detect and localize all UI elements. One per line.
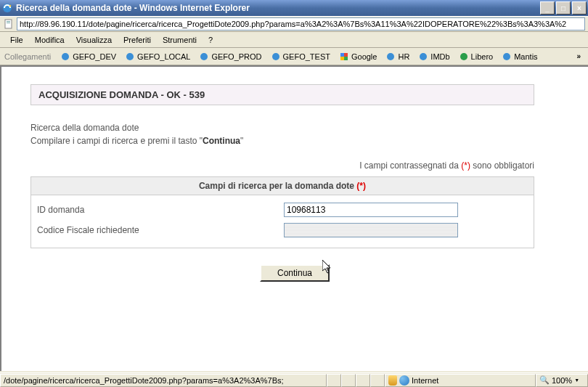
status-bar: /dote/pagine/ricerca/ricerca_ProgettiDot… [0,372,588,387]
status-empty-3 [356,374,370,387]
link-label: IMDb [430,52,449,61]
status-zone[interactable]: Internet [385,374,536,387]
row-codice-fiscale: Codice Fiscale richiedente [37,220,528,240]
page-body: ACQUISIZIONE DOMANDA - OK - 539 Ricerca … [0,65,588,371]
input-id-domanda[interactable] [284,203,458,217]
window-title: Ricerca della domanda dote - Windows Int… [16,3,539,13]
ie-favicon-icon [199,52,209,62]
zoom-icon: 🔍 [539,375,550,385]
address-bar [0,16,588,32]
link-gefo-dev[interactable]: GEFO_DEV [57,50,120,63]
help-text: Ricerca della domanda dote Compilare i c… [30,121,559,147]
link-label: GEFO_TEST [283,52,330,61]
link-label: HR [398,52,409,61]
svg-point-5 [62,53,69,60]
svg-point-13 [387,53,394,60]
row-id-domanda: ID domanda [37,200,528,220]
required-note: I campi contrassegnati da (*) sono obbli… [30,160,534,171]
svg-rect-9 [340,53,344,57]
menu-modifica[interactable]: Modifica [29,33,70,46]
menu-strumenti[interactable]: Strumenti [157,33,203,46]
status-zoom[interactable]: 🔍 100% ▼ [536,374,588,387]
globe-icon [399,375,409,386]
close-button[interactable]: × [572,1,587,15]
link-imdb[interactable]: IMDb [415,50,453,63]
link-label: GEFO_PROD [211,52,261,61]
link-libero[interactable]: Libero [455,50,497,63]
svg-rect-2 [5,20,12,28]
libero-favicon-icon [459,52,469,62]
link-label: Libero [471,52,494,61]
ie-favicon-icon [271,52,281,62]
svg-rect-3 [7,21,10,22]
link-hr[interactable]: HR [382,50,413,63]
help-line-1: Ricerca della domanda dote [30,121,559,134]
svg-rect-11 [340,57,344,60]
link-gefo-local[interactable]: GEFO_LOCAL [121,50,194,63]
chevron-down-icon: ▼ [574,378,579,383]
shield-icon [388,375,397,386]
link-label: Google [351,52,377,61]
status-path: /dote/pagine/ricerca/ricerca_ProgettiDot… [0,374,327,387]
status-empty-1 [327,374,341,387]
menu-bar: File Modifica Visualizza Preferiti Strum… [0,32,588,48]
links-overflow-chevron-icon[interactable]: » [573,52,584,60]
ie-favicon-icon [418,52,428,62]
link-gefo-test[interactable]: GEFO_TEST [267,50,334,63]
search-form: Campi di ricerca per la domanda dote (*)… [30,176,534,248]
ie-favicon-icon [385,52,396,62]
link-label: Mantis [514,52,537,61]
ie-favicon-icon [502,52,512,62]
status-empty-2 [341,374,356,387]
status-empty-4 [370,374,385,387]
link-gefo-prod[interactable]: GEFO_PROD [195,50,265,63]
svg-point-6 [126,53,134,60]
links-bar: Collegamenti GEFO_DEV GEFO_LOCAL GEFO_PR… [0,48,588,65]
menu-visualizza[interactable]: Visualizza [70,33,118,46]
menu-help[interactable]: ? [203,33,219,46]
input-codice-fiscale[interactable] [284,223,458,237]
svg-point-7 [200,53,208,60]
svg-point-8 [272,53,279,60]
ie-icon [1,2,13,14]
svg-point-15 [460,53,467,60]
zone-label: Internet [412,376,438,385]
svg-point-16 [503,53,510,60]
google-favicon-icon [339,52,349,62]
label-codice-fiscale: Codice Fiscale richiedente [37,225,284,235]
links-label: Collegamenti [4,52,51,61]
help-line-2: Compilare i campi di ricerca e premi il … [30,134,559,147]
window-buttons: _ □ × [539,1,587,15]
svg-rect-10 [344,53,348,57]
link-label: GEFO_LOCAL [137,52,190,61]
svg-point-14 [420,53,427,60]
ie-favicon-icon [125,52,135,62]
svg-rect-4 [7,23,10,23]
link-mantis[interactable]: Mantis [498,50,541,63]
ie-favicon-icon [60,52,70,62]
svg-point-1 [9,5,11,7]
menu-file[interactable]: File [4,33,29,46]
status-header: ACQUISIZIONE DOMANDA - OK - 539 [30,84,534,105]
zoom-value: 100% [552,376,572,385]
label-id-domanda: ID domanda [37,205,284,215]
address-input[interactable] [17,17,585,30]
menu-preferiti[interactable]: Preferiti [118,33,157,46]
title-bar: Ricerca della domanda dote - Windows Int… [0,0,588,16]
button-row: Continua [30,264,559,282]
maximize-button[interactable]: □ [556,1,571,15]
form-header: Campi di ricerca per la domanda dote (*) [31,177,534,195]
page-icon [3,18,15,30]
minimize-button[interactable]: _ [540,1,555,15]
svg-rect-12 [344,57,348,60]
link-google[interactable]: Google [335,50,380,63]
link-label: GEFO_DEV [73,52,116,61]
continua-button[interactable]: Continua [260,264,330,282]
form-body: ID domanda Codice Fiscale richiedente [31,195,534,248]
